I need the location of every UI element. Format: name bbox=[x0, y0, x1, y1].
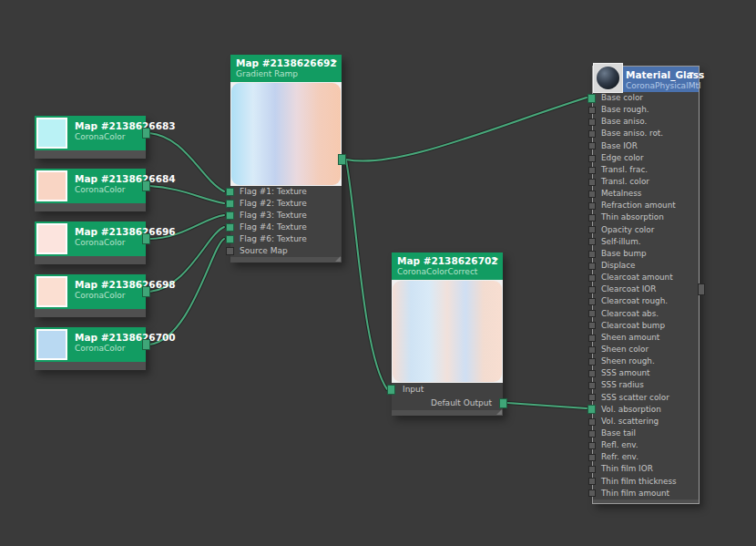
material-slot-row[interactable]: Thin film thickness bbox=[593, 476, 699, 488]
input-socket[interactable] bbox=[226, 200, 234, 208]
output-socket[interactable] bbox=[142, 233, 150, 244]
color-swatch[interactable] bbox=[36, 118, 67, 149]
input-socket[interactable] bbox=[588, 335, 596, 342]
wire-gradient-to-basecolor[interactable] bbox=[346, 98, 587, 161]
output-socket[interactable] bbox=[499, 398, 507, 408]
input-socket[interactable] bbox=[588, 179, 596, 186]
material-slot-row[interactable]: SSS scatter color bbox=[593, 392, 699, 404]
node-header[interactable]: Map #2138626692 Gradient Ramp – bbox=[230, 55, 342, 82]
node-header[interactable]: Map #2138626698 CoronaColor bbox=[35, 274, 146, 309]
input-socket[interactable] bbox=[588, 238, 596, 245]
resize-handle-icon[interactable] bbox=[496, 409, 502, 415]
material-slot-row[interactable]: Metalness bbox=[593, 188, 699, 200]
input-socket[interactable] bbox=[226, 211, 234, 220]
input-slot-row[interactable]: Flag #6: Texture bbox=[230, 233, 342, 245]
node-coronacolor-1[interactable]: Map #2138626683 CoronaColor bbox=[35, 116, 146, 159]
input-socket[interactable] bbox=[226, 223, 234, 232]
input-socket[interactable] bbox=[588, 286, 596, 294]
input-socket[interactable] bbox=[588, 130, 596, 138]
color-swatch[interactable] bbox=[36, 276, 67, 307]
material-slot-row[interactable]: Vol. scattering bbox=[593, 416, 699, 428]
material-slot-row[interactable]: Sheen rough. bbox=[593, 355, 699, 367]
input-socket[interactable] bbox=[587, 405, 596, 414]
material-slot-row[interactable]: Clearcoat abs. bbox=[593, 308, 699, 320]
node-gradient-ramp[interactable]: Map #2138626692 Gradient Ramp – Flag #1:… bbox=[230, 55, 342, 263]
output-socket[interactable] bbox=[142, 339, 150, 350]
material-slot-row[interactable]: Base aniso. rot. bbox=[593, 128, 699, 139]
node-coronacolor-3[interactable]: Map #2138626696 CoronaColor bbox=[35, 221, 146, 264]
material-slot-row[interactable]: Transl. color bbox=[593, 176, 699, 188]
map-preview[interactable] bbox=[392, 280, 503, 383]
material-slot-row[interactable]: Clearcoat rough. bbox=[593, 295, 699, 307]
material-slot-row[interactable]: SSS amount bbox=[593, 367, 699, 379]
input-socket[interactable] bbox=[588, 442, 596, 449]
material-slot-row[interactable]: Refl. env. bbox=[593, 439, 699, 451]
collapse-icon[interactable]: – bbox=[689, 67, 695, 79]
node-graph-canvas[interactable]: Map #2138626683 CoronaColor Map #2138626… bbox=[0, 0, 756, 546]
input-socket[interactable] bbox=[588, 478, 596, 485]
material-slot-row[interactable]: Base IOR bbox=[593, 140, 699, 152]
node-colorcorrect[interactable]: Map #2138626702 CoronaColorCorrect – Inp… bbox=[392, 252, 503, 416]
input-socket[interactable] bbox=[588, 358, 596, 366]
input-socket[interactable] bbox=[226, 188, 234, 196]
material-slot-row[interactable]: Base rough. bbox=[593, 104, 699, 116]
input-socket[interactable] bbox=[588, 454, 596, 461]
output-socket[interactable] bbox=[142, 180, 150, 191]
input-socket[interactable] bbox=[588, 226, 596, 233]
material-output-socket[interactable] bbox=[698, 283, 705, 295]
color-swatch[interactable] bbox=[36, 170, 67, 201]
material-slot-row[interactable]: SSS radius bbox=[593, 379, 699, 391]
node-coronacolor-4[interactable]: Map #2138626698 CoronaColor bbox=[35, 274, 146, 317]
material-slot-row[interactable]: Clearcoat bump bbox=[593, 320, 699, 332]
node-coronacolor-2[interactable]: Map #2138626684 CoronaColor bbox=[35, 169, 146, 211]
material-slot-row[interactable]: Base color bbox=[593, 92, 699, 104]
node-header[interactable]: Map #2138626702 CoronaColorCorrect – bbox=[392, 252, 503, 280]
input-socket[interactable] bbox=[588, 382, 596, 389]
input-socket[interactable] bbox=[588, 430, 596, 438]
material-slot-row[interactable]: Thin film IOR bbox=[593, 463, 699, 475]
input-socket[interactable] bbox=[226, 235, 234, 243]
node-header[interactable]: Map #2138626696 CoronaColor bbox=[35, 221, 146, 256]
input-socket[interactable] bbox=[588, 346, 596, 354]
wire-colorcorrect-to-volabsorption[interactable] bbox=[507, 403, 587, 408]
collapse-icon[interactable]: – bbox=[493, 252, 499, 265]
material-preview-thumbnail[interactable] bbox=[593, 63, 623, 93]
output-slot-row[interactable]: Default Output bbox=[392, 397, 503, 410]
output-socket[interactable] bbox=[142, 286, 150, 297]
input-socket[interactable] bbox=[588, 466, 596, 473]
input-socket[interactable] bbox=[588, 298, 596, 305]
input-socket[interactable] bbox=[588, 202, 596, 210]
material-slot-row[interactable]: Transl. frac. bbox=[593, 164, 699, 176]
input-socket[interactable] bbox=[588, 214, 596, 221]
node-header[interactable]: Map #2138626700 CoronaColor bbox=[35, 327, 146, 362]
input-socket[interactable] bbox=[226, 247, 234, 255]
material-slot-row[interactable]: Base tail bbox=[593, 428, 699, 439]
input-socket[interactable] bbox=[588, 263, 596, 270]
material-slot-row[interactable]: Self-illum. bbox=[593, 236, 699, 248]
output-socket[interactable] bbox=[142, 128, 150, 139]
input-socket[interactable] bbox=[588, 167, 596, 174]
node-coronacolor-5[interactable]: Map #2138626700 CoronaColor bbox=[35, 327, 146, 370]
input-slot-row[interactable]: Flag #3: Texture bbox=[230, 210, 342, 221]
input-socket[interactable] bbox=[588, 251, 596, 258]
material-slot-row[interactable]: Base aniso. bbox=[593, 116, 699, 128]
input-socket[interactable] bbox=[588, 155, 596, 162]
input-socket[interactable] bbox=[587, 94, 596, 103]
input-socket[interactable] bbox=[588, 322, 596, 329]
input-socket[interactable] bbox=[387, 385, 395, 395]
input-socket[interactable] bbox=[588, 107, 596, 114]
input-slot-row[interactable]: Input bbox=[392, 383, 503, 397]
material-slot-row[interactable]: Thin film amount bbox=[593, 488, 699, 500]
resize-handle-icon[interactable] bbox=[335, 256, 341, 262]
material-slot-row[interactable]: Sheen amount bbox=[593, 332, 699, 344]
input-socket[interactable] bbox=[588, 191, 596, 198]
input-socket[interactable] bbox=[588, 394, 596, 401]
map-preview[interactable] bbox=[230, 82, 342, 186]
node-header[interactable]: Map #2138626684 CoronaColor bbox=[35, 169, 146, 203]
node-material-glass[interactable]: Material_Glass CoronaPhysicalMtl – Base … bbox=[592, 66, 700, 504]
material-slot-row[interactable]: Sheen color bbox=[593, 344, 699, 355]
collapse-icon[interactable]: – bbox=[332, 55, 338, 67]
material-slot-row[interactable]: Refraction amount bbox=[593, 200, 699, 211]
input-socket[interactable] bbox=[588, 142, 596, 149]
input-socket[interactable] bbox=[588, 310, 596, 317]
